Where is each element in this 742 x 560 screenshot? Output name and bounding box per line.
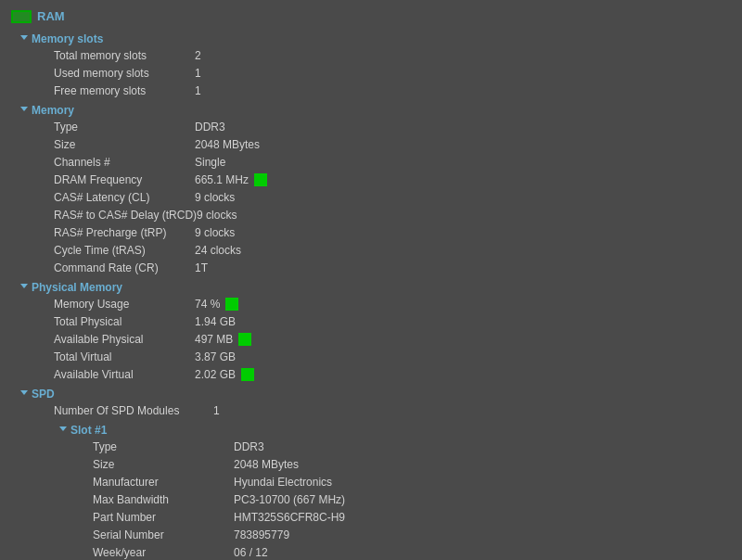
used-memory-slots-value: 1	[195, 65, 201, 82]
cas-latency-label: CAS# Latency (CL)	[46, 189, 195, 206]
slot1-pn-row: Part Number HMT325S6CFR8C-H9	[85, 509, 735, 527]
free-memory-slots-label: Free memory slots	[46, 83, 195, 99]
cas-latency-value: 9 clocks	[195, 189, 235, 206]
avail-virtual-value: 2.02 GB	[195, 366, 254, 383]
spd-collapse-triangle	[20, 390, 28, 399]
spd-label: SPD	[32, 388, 55, 401]
total-virtual-value: 3.87 GB	[195, 349, 236, 365]
dram-value: 665.1 MHz	[195, 172, 267, 188]
slot1-bw-row: Max Bandwidth PC3-10700 (667 MHz)	[85, 491, 735, 509]
total-physical-row: Total Physical 1.94 GB	[46, 313, 735, 331]
spd-section: SPD Number Of SPD Modules 1 Slot #1 Type…	[7, 388, 735, 560]
physical-memory-label: Physical Memory	[32, 281, 122, 294]
slot1-header[interactable]: Slot #1	[59, 424, 735, 437]
ram-icon	[11, 10, 32, 23]
avail-physical-row: Available Physical 497 MB	[46, 331, 735, 349]
slot1-wy-label: Week/year	[85, 544, 234, 560]
channels-row: Channels # Single	[46, 154, 735, 172]
slot1-collapse-triangle	[59, 426, 67, 435]
slot1-type-label: Type	[85, 439, 234, 455]
slot1-section: Slot #1 Type DDR3 Size 2048 MBytes Manuf…	[46, 424, 735, 560]
ras2cas-row: RAS# to CAS# Delay (tRCD) 9 clocks	[46, 207, 735, 224]
slot1-rows: Type DDR3 Size 2048 MBytes Manufacturer …	[59, 439, 735, 560]
size-value: 2048 MBytes	[195, 136, 260, 153]
slot1-mfr-value: Hyundai Electronics	[234, 474, 332, 490]
avail-virtual-row: Available Virtual 2.02 GB	[46, 366, 735, 384]
num-modules-value: 1	[213, 402, 220, 419]
phys-mem-collapse-triangle	[20, 284, 28, 292]
total-virtual-row: Total Virtual 3.87 GB	[46, 349, 735, 366]
dram-status-box	[254, 173, 267, 186]
used-memory-slots-label: Used memory slots	[46, 65, 195, 82]
memory-slots-header[interactable]: Memory slots	[20, 32, 735, 45]
memory-slots-section: Memory slots Total memory slots 2 Used m…	[7, 32, 735, 100]
physical-memory-rows: Memory Usage 74 % Total Physical 1.94 GB…	[20, 296, 735, 384]
slot1-size-value: 2048 MBytes	[234, 456, 299, 473]
slot1-mfr-row: Manufacturer Hyundai Electronics	[85, 474, 735, 491]
size-label: Size	[46, 136, 195, 153]
collapse-triangle	[20, 35, 28, 44]
slot1-wy-row: Week/year 06 / 12	[85, 544, 735, 560]
type-label: Type	[46, 119, 195, 135]
channels-label: Channels #	[46, 154, 195, 171]
spd-header[interactable]: SPD	[20, 388, 735, 401]
slot1-sn-value: 783895779	[234, 527, 289, 543]
avail-virtual-label: Available Virtual	[46, 366, 195, 383]
total-physical-value: 1.94 GB	[195, 313, 236, 330]
memory-slots-label: Memory slots	[32, 32, 103, 45]
ras2cas-label: RAS# to CAS# Delay (tRCD)	[46, 207, 197, 223]
total-memory-slots-value: 2	[195, 47, 201, 64]
slot1-wy-value: 06 / 12	[234, 544, 268, 560]
channels-value: Single	[195, 154, 225, 171]
header-title: RAM	[37, 9, 65, 23]
avail-physical-label: Available Physical	[46, 331, 195, 348]
num-modules-label: Number Of SPD Modules	[46, 402, 213, 419]
total-memory-slots-row: Total memory slots 2	[46, 47, 735, 65]
ras-precharge-label: RAS# Precharge (tRP)	[46, 224, 195, 241]
total-virtual-label: Total Virtual	[46, 349, 195, 365]
physical-memory-header[interactable]: Physical Memory	[20, 281, 735, 294]
slot1-size-row: Size 2048 MBytes	[85, 456, 735, 474]
slot1-label: Slot #1	[70, 424, 107, 437]
ras-precharge-row: RAS# Precharge (tRP) 9 clocks	[46, 224, 735, 242]
free-memory-slots-value: 1	[195, 83, 201, 99]
slot1-sn-label: Serial Number	[85, 527, 234, 543]
physical-memory-section: Physical Memory Memory Usage 74 % Total …	[7, 281, 735, 384]
used-memory-slots-row: Used memory slots 1	[46, 65, 735, 83]
slot1-bw-label: Max Bandwidth	[85, 491, 234, 508]
type-row: Type DDR3	[46, 119, 735, 136]
slot1-bw-value: PC3-10700 (667 MHz)	[234, 491, 345, 508]
mem-usage-value: 74 %	[195, 296, 238, 312]
total-physical-label: Total Physical	[46, 313, 195, 330]
dram-row: DRAM Frequency 665.1 MHz	[46, 172, 735, 189]
memory-slots-rows: Total memory slots 2 Used memory slots 1…	[20, 47, 735, 100]
cycle-time-value: 24 clocks	[195, 242, 241, 259]
avail-physical-value: 497 MB	[195, 331, 251, 348]
ras2cas-value: 9 clocks	[197, 207, 237, 223]
cas-latency-row: CAS# Latency (CL) 9 clocks	[46, 189, 735, 207]
cycle-time-row: Cycle Time (tRAS) 24 clocks	[46, 242, 735, 260]
top-header: RAM	[7, 6, 735, 29]
mem-usage-box	[225, 298, 238, 311]
slot1-pn-label: Part Number	[85, 509, 234, 526]
slot1-size-label: Size	[85, 456, 234, 473]
main-container: RAM Memory slots Total memory slots 2 Us…	[0, 0, 742, 560]
slot1-sn-row: Serial Number 783895779	[85, 527, 735, 544]
memory-header[interactable]: Memory	[20, 104, 735, 117]
memory-section: Memory Type DDR3 Size 2048 MBytes Channe…	[7, 104, 735, 277]
command-rate-row: Command Rate (CR) 1T	[46, 260, 735, 277]
slot1-type-row: Type DDR3	[85, 439, 735, 456]
free-memory-slots-row: Free memory slots 1	[46, 83, 735, 100]
avail-physical-box	[238, 333, 251, 346]
slot1-type-value: DDR3	[234, 439, 264, 455]
command-rate-value: 1T	[195, 260, 208, 276]
num-modules-row: Number Of SPD Modules 1	[46, 402, 735, 420]
mem-usage-label: Memory Usage	[46, 296, 195, 312]
memory-rows: Type DDR3 Size 2048 MBytes Channels # Si…	[20, 119, 735, 277]
avail-virtual-box	[241, 368, 254, 381]
total-memory-slots-label: Total memory slots	[46, 47, 195, 64]
dram-label: DRAM Frequency	[46, 172, 195, 188]
size-row: Size 2048 MBytes	[46, 136, 735, 154]
ras-precharge-value: 9 clocks	[195, 224, 235, 241]
memory-label: Memory	[32, 104, 74, 117]
